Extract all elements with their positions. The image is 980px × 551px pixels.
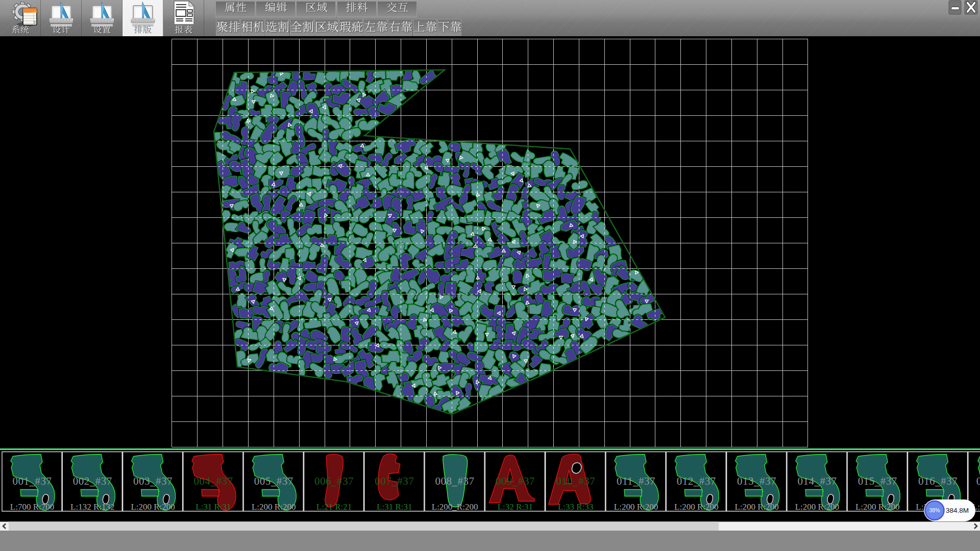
- svg-text:384.8M: 384.8M: [946, 507, 969, 514]
- svg-text:009_#37: 009_#37: [496, 475, 535, 487]
- svg-text:007_#37: 007_#37: [375, 475, 414, 487]
- svg-text:L:200 R:200: L:200 R:200: [795, 502, 839, 512]
- svg-text:016_#37: 016_#37: [918, 475, 958, 487]
- svg-text:L:200 R:200: L:200 R:200: [614, 502, 658, 512]
- svg-text:013_#37: 013_#37: [737, 475, 776, 487]
- svg-text:L:200 R:200: L:200 R:200: [131, 502, 175, 512]
- svg-text:L:200 R:200: L:200 R:200: [674, 502, 718, 512]
- svg-text:38%: 38%: [929, 507, 940, 513]
- svg-text:011_#37: 011_#37: [617, 475, 655, 487]
- svg-text:L:32 R:31: L:32 R:31: [498, 502, 533, 512]
- svg-text:014_#37: 014_#37: [797, 475, 837, 487]
- svg-text:L:21 R:21: L:21 R:21: [316, 502, 352, 512]
- svg-text:L:200 R:200: L:200 R:200: [855, 502, 899, 512]
- svg-text:L:31 R:31: L:31 R:31: [377, 502, 412, 512]
- svg-text:003_#37: 003_#37: [133, 475, 173, 487]
- svg-text:L:700 R:700: L:700 R:700: [10, 502, 54, 512]
- svg-text:0: 0: [976, 475, 980, 487]
- svg-text:L:31 R:31: L:31 R:31: [195, 502, 231, 512]
- svg-text:008_#37: 008_#37: [435, 475, 475, 487]
- svg-text:L:200 R:200: L:200 R:200: [252, 502, 296, 512]
- svg-text:L:200_R:200: L:200_R:200: [432, 502, 478, 512]
- svg-text:004_#37: 004_#37: [193, 475, 233, 487]
- svg-text:L:132 R:132: L:132 R:132: [70, 502, 114, 512]
- svg-text:L:200 R:200: L:200 R:200: [734, 502, 778, 512]
- svg-text:005_#37: 005_#37: [254, 475, 293, 487]
- svg-text:010_#37: 010_#37: [556, 475, 595, 487]
- svg-text:002_#37: 002_#37: [73, 475, 112, 487]
- svg-text:001_#37: 001_#37: [13, 475, 52, 487]
- svg-text:006_#37: 006_#37: [314, 475, 354, 487]
- svg-text:012_#37: 012_#37: [677, 475, 716, 487]
- svg-text:L:33 R:33: L:33 R:33: [558, 502, 593, 512]
- svg-text:015_#37: 015_#37: [858, 475, 897, 487]
